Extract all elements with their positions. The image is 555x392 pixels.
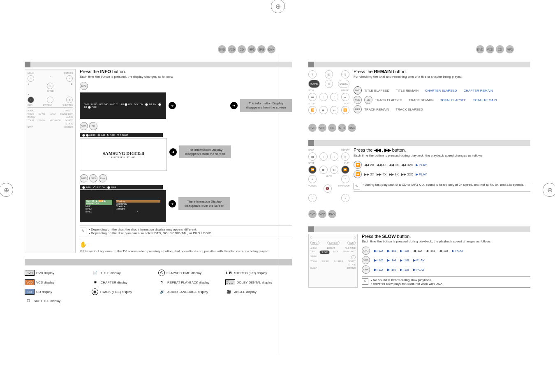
title-legend: TITLE display: [101, 271, 121, 275]
vcd-icon: VCD: [228, 45, 236, 53]
fast-note-box: ✎ • During fast playback of a CD or MP3-…: [354, 181, 530, 191]
dvd-mini-icon: DVD: [80, 82, 88, 90]
audio-symbol: 🔊: [158, 289, 166, 294]
hand-icon: ✋: [80, 241, 292, 248]
info-bubble-1: The information Display disappears from …: [240, 99, 292, 112]
display-legend: DVDDVD display 📄TITLE display ⏱ELAPSED T…: [25, 270, 292, 307]
title-symbol: 📄: [92, 270, 99, 275]
slow-section-bar: [308, 226, 530, 232]
vcd-icon-r3: VCD: [318, 210, 326, 218]
vcd-slow-ctx: VCD: [362, 256, 370, 264]
mp3-folder-3: MP3 3: [86, 210, 112, 213]
note-line-1: • Depending on the disc, the disc inform…: [89, 228, 212, 231]
fast-press: Press the: [354, 148, 372, 152]
stereo-legend: STEREO (L/R) display: [234, 271, 267, 275]
note-line-2: • Depending on the disc, you can also se…: [89, 231, 212, 235]
mp3-mini-icon: MP3: [80, 174, 88, 182]
dolby-legend: DOLBY DIGITAL display: [237, 281, 273, 284]
mp3-icon-r1: MP3: [506, 45, 514, 53]
logo-text: SAMSUNG DIGITall: [103, 151, 144, 156]
note-icon-slow: ✎: [362, 278, 368, 285]
play-label: PLAY: [345, 102, 349, 105]
dvd-legend: DVD display: [36, 271, 54, 275]
info-bubble-3: The information Display disappears from …: [178, 197, 230, 210]
remote-logo-label: LOGO: [50, 113, 56, 115]
remote-forward-button: ⏩: [341, 166, 349, 174]
fast-section-bar: [308, 140, 530, 146]
remote-illustration-fast: STOPREPEAT ⏮○○⏭ S/TOPPLAY ⏪⏹⏯⏩ +MUTE⌃ VO…: [308, 148, 349, 203]
remote-necmode-label: NEC MODE: [50, 119, 61, 122]
remain-section-bar: [308, 62, 530, 67]
info-subtext: Each time the button is pressed, the dis…: [80, 75, 292, 78]
remote-zoom-label: ZOOM: [28, 119, 34, 122]
info-button-word: button.: [112, 69, 126, 74]
subtitle-legend: SUBTITLE display: [34, 299, 60, 303]
angle-legend: ANGLE display: [234, 290, 257, 294]
disc-type-icons-fast: DVD VCD CD MP3 DivX: [308, 124, 530, 132]
mp3-list-screen: 02/17 054 ▶ 🔀 🔁 ▶ REPEAT:OFF MP3 1 MP3 2…: [80, 190, 166, 222]
info-section-bar: [25, 62, 292, 67]
vcd-legend: VCD display: [36, 281, 54, 284]
remote-menu-label: MENU: [28, 72, 34, 74]
logo-osd-screen: SAMSUNG DIGITall everyone's invited.: [80, 138, 167, 171]
slow-subtext: Each time the button is pressed during p…: [362, 240, 530, 243]
dolby-symbol: ▯▯ DOLBY: [225, 279, 235, 285]
remote-audio-label: AUDIO: [66, 116, 73, 118]
fast-button-icons: ◀◀ , ▶▶: [374, 148, 391, 152]
remote-subtitle-button: ☰: [66, 97, 73, 103]
forward-icon: ⏩: [354, 170, 362, 178]
remote-menu-button: ☰: [28, 75, 34, 82]
mp3-status-bar: ⬤ 1/18 ⏱ 0:00:00 ⬤ MP3: [80, 185, 163, 189]
remote-soundedit-label: SOUND EDIT: [60, 113, 73, 115]
remote-digest-label: DIGEST: [65, 119, 73, 122]
divx-mini-icon: DivX: [99, 174, 107, 182]
remote-rewind-button: ⏪: [308, 166, 317, 174]
fast-subtext: Each time the button is pressed during p…: [354, 154, 530, 157]
page-divider: [278, 53, 278, 353]
track-symbol: ◉: [92, 288, 98, 295]
remote-illustration-left: MENURETURN ☰▲↶ ◀⊙▶ ENTER ▼ i ☰ INFOEZ VI…: [25, 69, 76, 253]
divx-slow-ctx: DivX: [362, 265, 370, 274]
note-icon: ✎: [80, 228, 86, 234]
next-arrow-1: ➜: [169, 102, 176, 109]
vcd-mini-icon: VCD: [80, 122, 88, 130]
left-page: DVD VCD CD MP3 JPG DivX MENURETURN ☰▲↶ ◀…: [25, 45, 292, 307]
slow-note-2: • Reverse slow playback does not work wi…: [371, 282, 444, 286]
remote-stype-label: S.TYPE: [65, 122, 73, 125]
hand-text: If this symbol appears on the TV screen …: [80, 249, 277, 253]
remote-ezview-button: [47, 97, 53, 103]
info-note-box: ✎ • Depending on the disc, the disc info…: [80, 226, 292, 237]
track-legend: TRACK (FILE) display: [100, 290, 132, 294]
logo-tagline: everyone's invited.: [111, 156, 136, 158]
stereo-symbol: L R: [225, 270, 233, 275]
dvd-icon-r2: DVD: [308, 124, 317, 132]
jpeg-icon: JPG: [257, 45, 266, 53]
next-arrow-2: ➜: [230, 102, 238, 109]
remote-cancel-button: CANCEL: [338, 80, 349, 88]
mp3-ctx-icon: MP3: [354, 105, 362, 113]
vcd-icon-r1: VCD: [486, 45, 494, 53]
remote-info-button: i: [28, 97, 34, 103]
dvd-icon-r3: DVD: [308, 210, 317, 218]
info-press-label: Press the: [80, 69, 99, 74]
chapter-legend: CHAPTER display: [101, 281, 127, 284]
cd-icon-r2: CD: [328, 124, 336, 132]
slow-press: Press the: [362, 234, 381, 239]
slow-button-word: button.: [397, 234, 411, 239]
remote-illustration-slow: INFOEZ VIEWSUB AUDIOEFFECTSUB TITLE TABC…: [308, 234, 358, 288]
repeat-symbol: ↻: [158, 280, 166, 285]
fast-button-word: button.: [392, 148, 406, 152]
cd-symbol: CD: [25, 289, 35, 295]
stop-label: STOP: [308, 89, 314, 92]
remain-button-name: REMAIN: [374, 69, 392, 74]
audio-legend: AUDIO LANGUAGE display: [167, 290, 208, 294]
remain-button-word: button.: [393, 69, 407, 74]
slow-note-box: ✎ • No sound is heard during slow playba…: [362, 276, 530, 288]
right-page: DVD VCD CD MP3 789 REMAIN0CANCEL STOPREP…: [308, 45, 530, 307]
note-icon-fast: ✎: [354, 183, 360, 189]
dvd-slow-ctx: DVD: [362, 247, 370, 255]
remain-press: Press the: [354, 69, 372, 74]
dvd-ctx-icon: DVD: [354, 86, 362, 95]
repeat-legend: REPEAT PLAYBACK display: [167, 281, 209, 284]
divx-icon-r3: DivX: [328, 210, 336, 218]
